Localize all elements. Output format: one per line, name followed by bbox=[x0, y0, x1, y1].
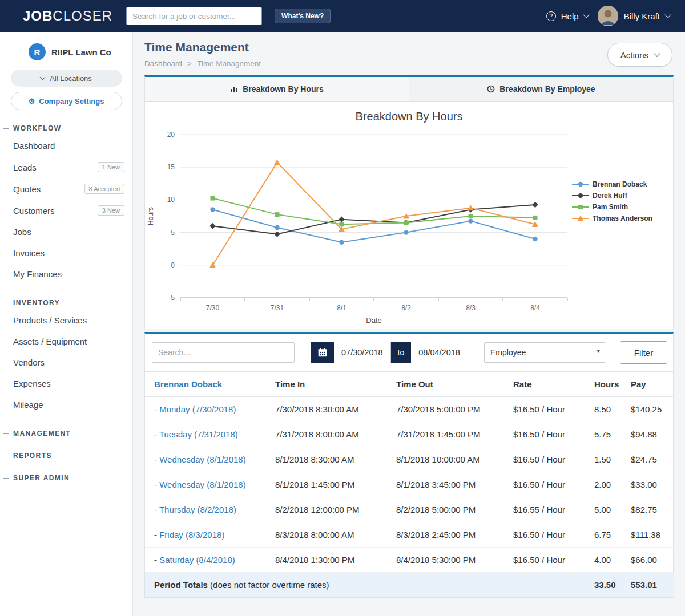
section-header-inventory[interactable]: INVENTORY bbox=[0, 299, 132, 307]
date-from-input[interactable]: 07/30/2018 bbox=[334, 342, 391, 363]
sidebar-item-vendors[interactable]: Vendors bbox=[0, 352, 132, 373]
sidebar-item-jobs[interactable]: Jobs bbox=[0, 221, 132, 242]
svg-text:20: 20 bbox=[167, 131, 175, 139]
sidebar-item-quotes[interactable]: Quotes8 Accepted bbox=[0, 178, 132, 200]
pay-cell: $33.00 bbox=[622, 472, 674, 497]
data-point bbox=[275, 225, 279, 230]
legend-item-derek-huff[interactable]: Derek Huff bbox=[572, 192, 670, 200]
sidebar-item-expenses[interactable]: Expenses bbox=[0, 373, 132, 394]
sidebar-item-label: Expenses bbox=[13, 379, 51, 388]
pay-cell: $24.75 bbox=[622, 447, 674, 472]
time-in-cell: 8/4/2018 1:30:00 PM bbox=[266, 548, 387, 573]
data-point bbox=[404, 230, 408, 234]
data-point bbox=[275, 212, 280, 217]
sidebar-item-my-finances[interactable]: My Finances bbox=[0, 264, 132, 285]
user-menu[interactable]: Billy Kraft bbox=[598, 6, 670, 26]
table-row: - Saturday (8/4/2018)8/4/2018 1:30:00 PM… bbox=[145, 548, 674, 573]
day-link[interactable]: Monday (7/30/2018) bbox=[159, 404, 236, 414]
app-logo[interactable]: JOBCLOSER bbox=[23, 8, 112, 24]
company-switcher[interactable]: R RIIPL Lawn Co bbox=[0, 40, 132, 65]
time-out-cell: 8/1/2018 10:00:00 AM bbox=[387, 447, 504, 472]
day-link[interactable]: Saturday (8/4/2018) bbox=[159, 555, 235, 565]
global-search-input[interactable] bbox=[126, 7, 262, 25]
help-icon: ? bbox=[546, 11, 556, 21]
svg-text:Date: Date bbox=[366, 316, 381, 325]
company-settings-button[interactable]: ⚙ Company Settings bbox=[11, 92, 122, 110]
pay-cell: $82.75 bbox=[622, 497, 674, 522]
data-point bbox=[210, 207, 215, 212]
rate-cell: $16.50 / Hour bbox=[504, 447, 585, 472]
svg-text:0: 0 bbox=[171, 261, 175, 269]
chart-tabs: Breakdown By Hours Breakdown By Employee bbox=[145, 77, 673, 102]
day-link[interactable]: Tuesday (7/31/2018) bbox=[159, 429, 238, 439]
employee-select-wrap: Employee ▾ bbox=[484, 342, 605, 363]
section-collapse-icon bbox=[3, 456, 9, 456]
day-cell: - Wednesday (8/1/2018) bbox=[145, 472, 266, 497]
table-row: - Friday (8/3/2018)8/3/2018 8:00:00 AM8/… bbox=[145, 522, 674, 548]
legend-marker-icon bbox=[572, 181, 589, 188]
chevron-down-icon bbox=[664, 11, 671, 18]
sidebar-item-customers[interactable]: Customers3 New bbox=[0, 200, 132, 221]
tab-breakdown-by-hours[interactable]: Breakdown By Hours bbox=[145, 77, 409, 101]
company-settings-label: Company Settings bbox=[39, 97, 104, 106]
legend-label: Derek Huff bbox=[593, 192, 627, 200]
page-header: Time Management Dashboard > Time Managem… bbox=[133, 32, 685, 75]
sidebar-item-invoices[interactable]: Invoices bbox=[0, 242, 132, 264]
breadcrumb: Dashboard > Time Management bbox=[144, 59, 261, 68]
sidebar-item-label: Quotes bbox=[13, 184, 41, 194]
pay-cell: $94.88 bbox=[622, 422, 674, 447]
data-point bbox=[274, 231, 280, 237]
rate-cell: $16.50 / Hour bbox=[504, 422, 585, 447]
whats-new-button[interactable]: What's New? bbox=[275, 9, 331, 23]
section-header-management[interactable]: MANAGEMENT bbox=[0, 429, 132, 437]
time-out-cell: 8/2/2018 5:00:00 PM bbox=[387, 497, 504, 522]
data-point bbox=[339, 217, 344, 222]
hours-cell: 1.50 bbox=[585, 447, 622, 472]
col-time-out: Time Out bbox=[387, 372, 504, 397]
sidebar: R RIIPL Lawn Co All Locations ⚙ Company … bbox=[0, 32, 133, 616]
legend-item-pam-smith[interactable]: Pam Smith bbox=[572, 203, 670, 211]
clock-icon bbox=[487, 85, 495, 93]
help-label: Help bbox=[561, 11, 579, 21]
user-name: Billy Kraft bbox=[624, 11, 660, 21]
actions-button[interactable]: Actions bbox=[607, 43, 672, 67]
locations-dropdown[interactable]: All Locations bbox=[11, 70, 122, 87]
sidebar-item-label: Jobs bbox=[13, 227, 31, 237]
help-menu[interactable]: ? Help bbox=[546, 11, 589, 21]
sidebar-item-label: Invoices bbox=[13, 248, 45, 258]
day-link[interactable]: Thursday (8/2/2018) bbox=[159, 505, 236, 514]
legend-item-brennan-doback[interactable]: Brennan Doback bbox=[572, 180, 670, 188]
date-to-input[interactable]: 08/04/2018 bbox=[411, 342, 468, 363]
sidebar-item-products-services[interactable]: Products / Services bbox=[0, 310, 132, 331]
filter-button[interactable]: Filter bbox=[620, 341, 667, 364]
svg-text:8/1: 8/1 bbox=[337, 304, 346, 312]
section-header-reports[interactable]: REPORTS bbox=[0, 452, 132, 460]
calendar-button[interactable] bbox=[311, 342, 334, 363]
pay-cell: $66.00 bbox=[622, 548, 674, 573]
sidebar-item-dashboard[interactable]: Dashboard bbox=[0, 135, 132, 156]
employee-select[interactable]: Employee bbox=[484, 342, 605, 363]
employee-name-link[interactable]: Brennan Doback bbox=[154, 379, 222, 389]
legend-marker-icon bbox=[572, 192, 589, 199]
day-link[interactable]: Wednesday (8/1/2018) bbox=[159, 480, 246, 489]
tab-breakdown-by-employee[interactable]: Breakdown By Employee bbox=[409, 77, 673, 101]
table-search-input[interactable] bbox=[152, 342, 295, 363]
legend-item-thomas-anderson[interactable]: Thomas Anderson bbox=[572, 214, 670, 222]
day-link[interactable]: Wednesday (8/1/2018) bbox=[159, 455, 246, 464]
main-content: Time Management Dashboard > Time Managem… bbox=[133, 32, 685, 616]
sidebar-item-assets-equipment[interactable]: Assets / Equipment bbox=[0, 331, 132, 352]
section-header-workflow[interactable]: WORKFLOW bbox=[0, 124, 132, 132]
time-out-cell: 8/1/2018 3:45:00 PM bbox=[387, 472, 504, 497]
series-line-brennan-doback bbox=[213, 210, 535, 242]
section-header-super-admin[interactable]: SUPER ADMIN bbox=[0, 474, 132, 482]
gear-icon: ⚙ bbox=[29, 97, 35, 106]
sidebar-item-leads[interactable]: Leads1 New bbox=[0, 156, 132, 178]
sidebar-item-mileage[interactable]: Mileage bbox=[0, 394, 132, 415]
total-pay: 553.01 bbox=[622, 573, 674, 598]
company-logo-icon: R bbox=[29, 43, 46, 60]
data-point bbox=[578, 193, 583, 198]
breadcrumb-dashboard-link[interactable]: Dashboard bbox=[144, 59, 182, 68]
day-link[interactable]: Friday (8/3/2018) bbox=[159, 530, 224, 540]
section-label: SUPER ADMIN bbox=[13, 474, 70, 482]
table-header-row: Brennan Doback Time In Time Out Rate Hou… bbox=[145, 372, 674, 397]
